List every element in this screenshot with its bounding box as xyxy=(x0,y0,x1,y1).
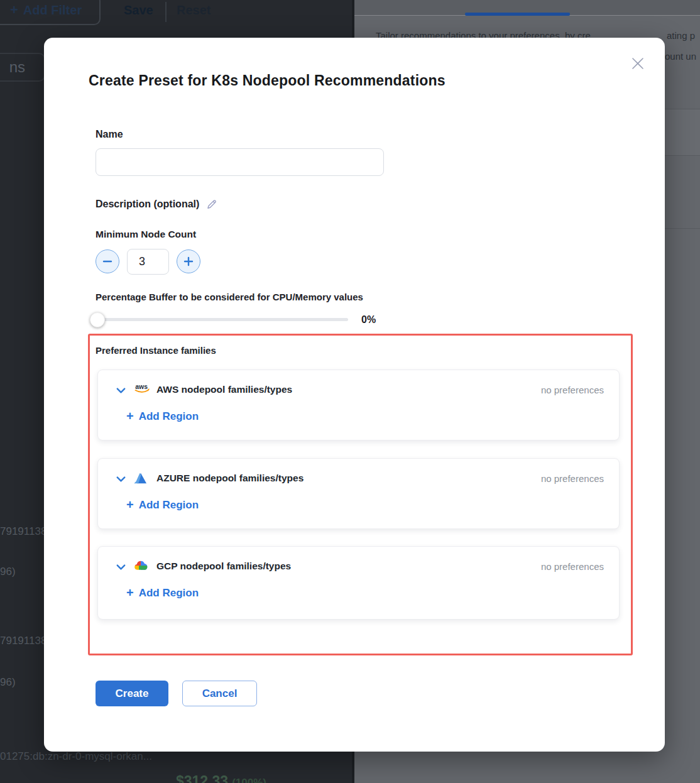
chevron-down-icon[interactable] xyxy=(115,561,127,573)
plus-icon: + xyxy=(126,586,134,600)
decrement-button[interactable] xyxy=(96,249,119,273)
background-cost-fragment: $312.33(100%) xyxy=(176,773,266,783)
svg-text:aws: aws xyxy=(135,383,148,390)
add-region-button[interactable]: + Add Region xyxy=(126,498,199,512)
provider-label: AZURE nodepool families/types xyxy=(156,473,304,484)
provider-card-azure: AZURE nodepool families/types no prefere… xyxy=(97,458,620,529)
provider-row: AZURE nodepool families/types no prefere… xyxy=(98,471,619,488)
add-filter-button[interactable]: + Add Filter xyxy=(0,0,101,25)
save-button[interactable]: Save xyxy=(124,3,153,18)
add-filter-label: Add Filter xyxy=(23,3,82,18)
provider-label: GCP nodepool families/types xyxy=(156,561,291,572)
chevron-down-icon[interactable] xyxy=(115,385,127,397)
description-label: Description (optional) xyxy=(96,198,218,211)
right-panel-intro-text-fragment: ating p xyxy=(667,30,695,41)
preferred-families-label: Preferred Instance families xyxy=(96,345,216,356)
cost-percent: (100%) xyxy=(232,777,266,783)
azure-logo-icon xyxy=(133,471,151,486)
plus-icon: + xyxy=(126,409,134,424)
provider-label: AWS nodepool families/types xyxy=(156,384,292,395)
provider-status: no preferences xyxy=(541,561,604,572)
increment-button[interactable] xyxy=(177,249,200,273)
background-text-fragment: 79191138 xyxy=(0,635,46,647)
background-text-fragment: 96) xyxy=(0,676,16,689)
provider-status: no preferences xyxy=(541,473,604,484)
toolbar-divider xyxy=(165,2,167,22)
cancel-button[interactable]: Cancel xyxy=(182,681,257,706)
modal-title: Create Preset for K8s Nodepool Recommend… xyxy=(89,72,446,89)
create-button[interactable]: Create xyxy=(96,681,168,706)
add-region-label: Add Region xyxy=(139,587,199,600)
add-region-label: Add Region xyxy=(139,410,199,423)
background-resource-id-fragment: 01275:db:zn-dr-0-mysql-orkan... xyxy=(0,750,152,763)
name-input[interactable] xyxy=(96,148,384,176)
description-label-text: Description (optional) xyxy=(96,199,199,210)
cost-amount: $312.33 xyxy=(176,773,228,783)
aws-logo-icon: aws xyxy=(133,383,151,398)
add-region-button[interactable]: + Add Region xyxy=(126,586,199,600)
edit-pencil-icon[interactable] xyxy=(205,198,218,211)
tab-fragment-label: ns xyxy=(9,58,25,76)
add-region-button[interactable]: + Add Region xyxy=(126,409,199,424)
name-label: Name xyxy=(96,129,123,140)
node-count-input[interactable] xyxy=(127,249,169,275)
buffer-slider-track[interactable] xyxy=(96,318,348,321)
create-preset-modal: Create Preset for K8s Nodepool Recommend… xyxy=(44,38,665,752)
plus-icon: + xyxy=(10,2,18,18)
plus-icon: + xyxy=(126,498,134,512)
right-panel-text-fragment: ount un xyxy=(665,51,696,62)
screen: + Add Filter Save Reset ns 79191138 96) … xyxy=(0,0,700,783)
buffer-label: Percentage Buffer to be considered for C… xyxy=(96,292,363,302)
provider-card-gcp: GCP nodepool families/types no preferenc… xyxy=(97,546,620,620)
provider-row: aws AWS nodepool families/types no prefe… xyxy=(98,383,619,399)
add-region-label: Add Region xyxy=(139,499,199,512)
close-icon[interactable] xyxy=(630,55,646,72)
active-tab-underline xyxy=(465,13,570,16)
provider-row: GCP nodepool families/types no preferenc… xyxy=(98,559,619,576)
background-text-fragment: 96) xyxy=(0,566,16,578)
provider-card-aws: aws AWS nodepool families/types no prefe… xyxy=(97,370,620,441)
background-text-fragment: 79191138 xyxy=(0,525,46,538)
background-tab-fragment[interactable]: ns xyxy=(0,53,45,82)
buffer-slider-thumb[interactable] xyxy=(90,312,105,327)
gcp-logo-icon xyxy=(133,559,151,574)
buffer-value: 0% xyxy=(361,314,376,326)
provider-status: no preferences xyxy=(541,385,604,395)
reset-button[interactable]: Reset xyxy=(177,3,211,18)
min-node-count-label: Minimum Node Count xyxy=(96,229,196,240)
chevron-down-icon[interactable] xyxy=(115,473,127,485)
